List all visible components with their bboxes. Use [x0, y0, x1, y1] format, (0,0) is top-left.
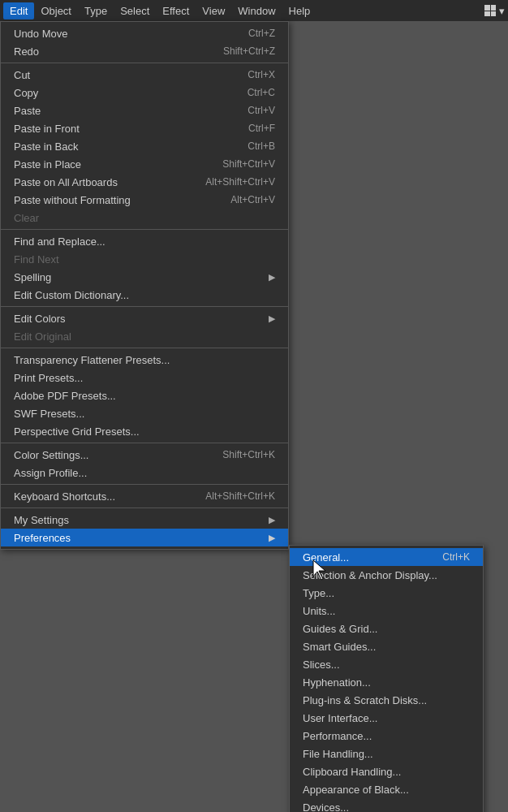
workspace-switcher[interactable]: ▾	[484, 5, 505, 17]
menu-item-preferences-label: Preferences	[14, 532, 71, 544]
menu-item-color-settings[interactable]: Color Settings... Shift+Ctrl+K	[1, 446, 288, 464]
menu-item-paste-noformat[interactable]: Paste without Formatting Alt+Ctrl+V	[1, 191, 288, 209]
menu-item-undo-shortcut: Ctrl+Z	[248, 28, 275, 39]
edit-colors-arrow-icon: ▶	[269, 313, 275, 324]
menu-item-copy[interactable]: Copy Ctrl+C	[1, 84, 288, 102]
menu-item-clear: Clear	[1, 209, 288, 227]
preferences-arrow-icon: ▶	[269, 533, 275, 543]
menu-item-paste-all-shortcut: Alt+Shift+Ctrl+V	[205, 176, 275, 188]
menu-item-assign-profile[interactable]: Assign Profile...	[1, 464, 288, 482]
submenu-item-general-label: General...	[303, 551, 349, 564]
menu-item-swf-presets[interactable]: SWF Presets...	[1, 404, 288, 422]
menubar-item-view[interactable]: View	[196, 2, 231, 19]
submenu-item-guides-grid-label: Guides & Grid...	[303, 623, 377, 635]
menu-item-preferences[interactable]: Preferences ▶	[1, 529, 288, 546]
submenu-item-user-interface[interactable]: User Interface...	[290, 709, 483, 727]
separator-1	[1, 63, 288, 63]
menubar-item-edit[interactable]: Edit	[3, 2, 34, 19]
menu-item-perspective[interactable]: Perspective Grid Presets...	[1, 422, 288, 440]
menu-item-paste-back[interactable]: Paste in Back Ctrl+B	[1, 137, 288, 155]
menu-item-pdf-presets-label: Adobe PDF Presets...	[14, 390, 116, 402]
menu-item-edit-colors-label: Edit Colors	[14, 313, 66, 325]
menu-item-print-presets[interactable]: Print Presets...	[1, 369, 288, 387]
grid-icon	[484, 5, 496, 16]
submenu-item-appearance-black[interactable]: Appearance of Black...	[290, 780, 483, 798]
menu-item-edit-colors[interactable]: Edit Colors ▶	[1, 309, 288, 327]
menu-item-transparency[interactable]: Transparency Flattener Presets...	[1, 351, 288, 369]
menu-item-paste-back-label: Paste in Back	[14, 140, 79, 153]
menu-item-color-settings-label: Color Settings...	[14, 449, 89, 461]
spelling-arrow-icon: ▶	[269, 272, 275, 283]
submenu-item-selection[interactable]: Selection & Anchor Display...	[290, 566, 483, 584]
submenu-item-file-handling-label: File Handling...	[303, 748, 373, 760]
menu-item-assign-profile-label: Assign Profile...	[14, 467, 87, 479]
menu-item-paste-front-shortcut: Ctrl+F	[248, 123, 275, 134]
menu-item-cut[interactable]: Cut Ctrl+X	[1, 66, 288, 84]
menubar-item-help[interactable]: Help	[282, 2, 317, 19]
menu-item-keyboard-label: Keyboard Shortcuts...	[14, 490, 115, 503]
menu-item-redo-shortcut: Shift+Ctrl+Z	[223, 45, 275, 57]
menu-item-edit-original-label: Edit Original	[14, 330, 71, 343]
submenu-item-guides-grid[interactable]: Guides & Grid...	[290, 620, 483, 637]
menubar: Edit Object Type Select Effect View Wind…	[0, 0, 508, 21]
menubar-right: ▾	[484, 5, 505, 17]
submenu-item-type-label: Type...	[303, 587, 334, 599]
submenu-item-performance[interactable]: Performance...	[290, 727, 483, 745]
menubar-item-select[interactable]: Select	[114, 2, 156, 19]
menu-item-paste-place[interactable]: Paste in Place Shift+Ctrl+V	[1, 155, 288, 173]
menu-item-copy-shortcut: Ctrl+C	[248, 87, 275, 98]
menubar-item-object[interactable]: Object	[34, 2, 78, 19]
separator-3	[1, 306, 288, 307]
submenu-item-general[interactable]: General... Ctrl+K	[290, 548, 483, 566]
menubar-item-window[interactable]: Window	[231, 2, 282, 19]
submenu-item-units[interactable]: Units...	[290, 602, 483, 620]
submenu-item-user-interface-label: User Interface...	[303, 712, 377, 724]
submenu-item-type[interactable]: Type...	[290, 584, 483, 602]
menu-item-paste-all[interactable]: Paste on All Artboards Alt+Shift+Ctrl+V	[1, 173, 288, 191]
menu-item-copy-label: Copy	[14, 87, 38, 99]
menu-item-swf-presets-label: SWF Presets...	[14, 408, 84, 420]
menu-item-cut-label: Cut	[14, 69, 30, 81]
menu-item-color-settings-shortcut: Shift+Ctrl+K	[222, 449, 275, 460]
menu-item-transparency-label: Transparency Flattener Presets...	[14, 354, 170, 366]
submenu-item-smart-guides[interactable]: Smart Guides...	[290, 637, 483, 655]
edit-dropdown-menu: Undo Move Ctrl+Z Redo Shift+Ctrl+Z Cut C…	[0, 21, 289, 550]
workspace-dropdown-arrow: ▾	[499, 5, 505, 17]
submenu-item-plugins[interactable]: Plug-ins & Scratch Disks...	[290, 691, 483, 709]
menu-item-spelling[interactable]: Spelling ▶	[1, 268, 288, 286]
menu-item-clear-label: Clear	[14, 212, 39, 224]
menu-item-redo[interactable]: Redo Shift+Ctrl+Z	[1, 42, 288, 60]
submenu-item-slices[interactable]: Slices...	[290, 655, 483, 673]
menu-item-paste-noformat-label: Paste without Formatting	[14, 194, 131, 206]
preferences-submenu: General... Ctrl+K Selection & Anchor Dis…	[289, 545, 484, 812]
submenu-item-appearance-black-label: Appearance of Black...	[303, 784, 409, 796]
menu-item-paste[interactable]: Paste Ctrl+V	[1, 102, 288, 119]
menu-item-paste-place-shortcut: Shift+Ctrl+V	[222, 158, 275, 170]
menu-item-redo-label: Redo	[14, 45, 39, 58]
menu-item-undo[interactable]: Undo Move Ctrl+Z	[1, 24, 288, 42]
separator-6	[1, 484, 288, 485]
menu-item-keyboard[interactable]: Keyboard Shortcuts... Alt+Shift+Ctrl+K	[1, 487, 288, 505]
submenu-item-file-handling[interactable]: File Handling...	[290, 745, 483, 762]
menu-item-undo-label: Undo Move	[14, 28, 67, 40]
menu-item-paste-noformat-shortcut: Alt+Ctrl+V	[230, 194, 275, 205]
menu-item-paste-label: Paste	[14, 105, 41, 117]
menu-item-paste-back-shortcut: Ctrl+B	[248, 140, 275, 152]
my-settings-arrow-icon: ▶	[269, 515, 275, 525]
menu-item-find-next-label: Find Next	[14, 253, 59, 266]
menubar-item-effect[interactable]: Effect	[156, 2, 196, 19]
menu-item-find-replace[interactable]: Find and Replace...	[1, 232, 288, 250]
submenu-item-clipboard[interactable]: Clipboard Handling...	[290, 762, 483, 780]
menu-item-custom-dict[interactable]: Edit Custom Dictionary...	[1, 286, 288, 304]
menu-item-pdf-presets[interactable]: Adobe PDF Presets...	[1, 387, 288, 404]
menu-item-paste-front-label: Paste in Front	[14, 123, 80, 135]
separator-2	[1, 229, 288, 230]
menubar-item-type[interactable]: Type	[78, 2, 114, 19]
menu-item-cut-shortcut: Ctrl+X	[248, 69, 275, 80]
menu-item-my-settings[interactable]: My Settings ▶	[1, 511, 288, 529]
submenu-item-hyphenation[interactable]: Hyphenation...	[290, 673, 483, 691]
submenu-item-devices[interactable]: Devices...	[290, 798, 483, 812]
submenu-item-devices-label: Devices...	[303, 801, 349, 813]
menu-item-paste-shortcut: Ctrl+V	[248, 105, 275, 116]
menu-item-paste-front[interactable]: Paste in Front Ctrl+F	[1, 119, 288, 137]
